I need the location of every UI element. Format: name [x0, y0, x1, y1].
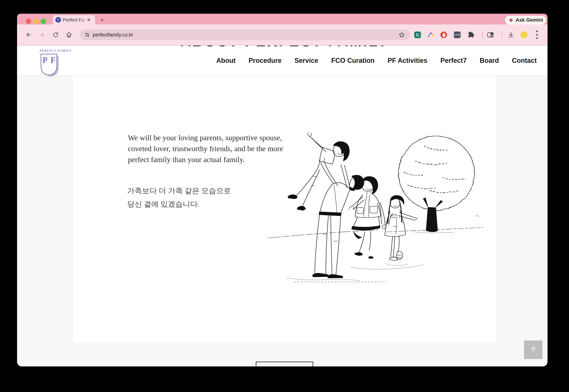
address-bar[interactable]: perfectfamily.co.kr	[80, 29, 410, 40]
nav-item-perfect7[interactable]: Perfect7	[440, 57, 467, 64]
nav-item-fco-curation[interactable]: FCO Curation	[331, 57, 375, 64]
forward-button[interactable]	[39, 31, 46, 38]
nav-item-contact[interactable]: Contact	[512, 57, 537, 64]
profile-avatar[interactable]	[520, 31, 527, 38]
toolbar-separator	[482, 32, 483, 38]
browser-tab[interactable]: P F Perfect Family - Hyesoo Park ✕	[53, 15, 95, 25]
nav-item-pf-activities[interactable]: PF Activities	[387, 57, 427, 64]
browser-menu-kebab-icon[interactable]: •••	[536, 30, 538, 40]
nav-item-procedure[interactable]: Procedure	[249, 57, 282, 64]
family-illustration	[267, 130, 489, 289]
father-figure	[312, 158, 364, 278]
grammarly-extension-icon[interactable]: G	[414, 31, 421, 38]
password-manager-extension-icon[interactable]: •••ǀ	[454, 31, 461, 38]
macos-minimize-button[interactable]	[33, 18, 39, 24]
nav-item-about[interactable]: About	[216, 57, 236, 64]
downloads-icon[interactable]	[507, 31, 515, 39]
nav-item-service[interactable]: Service	[295, 57, 318, 64]
svg-text:P: P	[57, 19, 58, 20]
daughter-figure	[385, 195, 417, 266]
browser-toolbar: perfectfamily.co.kr G	[17, 25, 547, 46]
macos-zoom-button[interactable]	[41, 18, 46, 24]
site-logo[interactable]: PERFECT FAMILY P F	[40, 49, 60, 77]
ask-gemini-button[interactable]: Ask Gemini	[505, 16, 546, 25]
new-tab-button[interactable]: +	[98, 16, 106, 24]
bookmark-star-icon[interactable]	[398, 32, 405, 38]
ask-gemini-label: Ask Gemini	[516, 17, 543, 23]
adblock-extension-icon[interactable]	[440, 31, 447, 39]
home-button[interactable]	[66, 31, 72, 38]
macos-close-button[interactable]	[26, 18, 31, 24]
view-more-button[interactable]	[256, 362, 313, 366]
favicon: P F	[56, 17, 61, 23]
tab-close-icon[interactable]: ✕	[87, 17, 91, 22]
side-panel-search-icon[interactable]	[487, 31, 494, 39]
logo-shield-icon: P F	[40, 53, 59, 77]
logo-monogram-p: P	[43, 56, 47, 65]
logo-monogram-f: F	[51, 56, 56, 65]
nav-item-board[interactable]: Board	[480, 57, 499, 64]
child-figure	[288, 133, 350, 210]
arc-extension-icon[interactable]	[427, 31, 434, 38]
toolbar-separator	[501, 32, 502, 38]
site-info-icon[interactable]	[84, 32, 90, 38]
intro-paragraph-en: We will be your loving parents, supporti…	[128, 132, 283, 165]
gemini-sparkle-icon	[508, 17, 514, 23]
tab-title: Perfect Family - Hyesoo Park	[63, 17, 86, 23]
svg-text:F: F	[58, 19, 59, 20]
browser-window: P F Perfect Family - Hyesoo Park ✕ +	[17, 14, 547, 366]
main-navigation: About Procedure Service FCO Curation PF …	[216, 46, 537, 76]
scroll-to-top-button[interactable]	[524, 340, 542, 359]
screenshot-stage: P F Perfect Family - Hyesoo Park ✕ +	[0, 0, 569, 392]
back-button[interactable]	[25, 31, 32, 38]
url-text: perfectfamily.co.kr	[93, 32, 133, 38]
extensions-puzzle-icon[interactable]	[467, 31, 474, 38]
intro-paragraph-ko: 가족보다 더 가족 같은 모습으로 당신 곁에 있겠습니다.	[127, 184, 231, 211]
reload-button[interactable]	[52, 31, 59, 38]
logo-wordmark: PERFECT FAMILY	[40, 49, 60, 53]
tab-strip: P F Perfect Family - Hyesoo Park ✕ +	[17, 14, 547, 25]
page-viewport: ABOUT PERFECT FAMILY PERFECT FAMILY P F	[17, 46, 547, 366]
